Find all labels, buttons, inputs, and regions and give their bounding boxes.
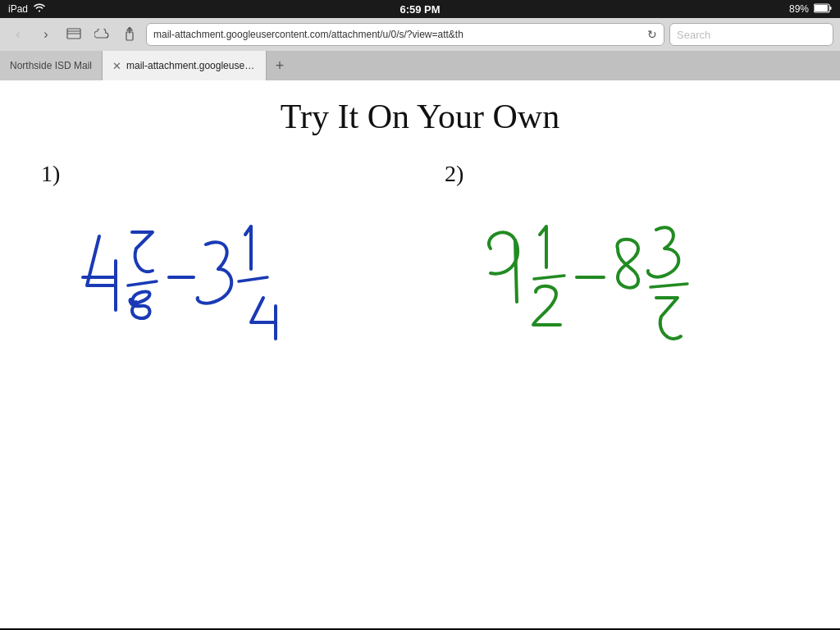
page-title: Try It On Your Own	[281, 97, 559, 136]
tab-northside-label: Northside ISD Mail	[10, 60, 92, 71]
problem-1-math	[41, 203, 395, 351]
share-button[interactable]	[118, 23, 141, 46]
svg-rect-2	[815, 5, 828, 11]
battery-label: 89%	[789, 3, 809, 15]
problems-area: 1)	[16, 161, 824, 354]
battery-icon	[814, 3, 832, 16]
status-left: iPad	[8, 3, 46, 16]
browser-toolbar: ‹ › mail-attachment.googleusercontent.co…	[0, 18, 840, 51]
status-time: 6:59 PM	[399, 3, 440, 16]
svg-line-8	[128, 281, 157, 285]
problem-2-number: 2)	[445, 161, 799, 187]
status-bar: iPad 6:59 PM 89%	[0, 0, 840, 18]
tab-attachment-label: mail-attachment.googleusercontent.com/at…	[126, 60, 256, 71]
problem-2-math	[445, 203, 799, 351]
cloud-button[interactable]	[90, 23, 113, 46]
svg-line-11	[534, 276, 564, 279]
svg-line-13	[651, 284, 687, 287]
svg-line-10	[239, 277, 267, 281]
tabs-row: Northside ISD Mail ✕ mail-attachment.goo…	[0, 51, 840, 80]
svg-rect-1	[830, 7, 832, 10]
wifi-icon	[33, 3, 46, 16]
tab-attachment[interactable]: ✕ mail-attachment.googleusercontent.com/…	[103, 51, 267, 80]
page-content: Try It On Your Own 1)	[0, 80, 840, 628]
tab-close-icon[interactable]: ✕	[112, 60, 121, 72]
device-label: iPad	[8, 3, 28, 15]
address-text: mail-attachment.googleusercontent.com/at…	[153, 29, 463, 40]
status-right: 89%	[789, 3, 832, 16]
problem-2: 2)	[420, 161, 824, 354]
address-bar[interactable]: mail-attachment.googleusercontent.com/at…	[146, 23, 664, 46]
new-tab-button[interactable]: +	[267, 51, 293, 80]
search-bar[interactable]: Search	[669, 23, 833, 46]
refresh-icon[interactable]: ↻	[647, 28, 657, 41]
forward-button[interactable]: ›	[34, 23, 57, 46]
bookmarks-button[interactable]	[62, 23, 85, 46]
back-button[interactable]: ‹	[7, 23, 30, 46]
problem-1: 1)	[16, 161, 420, 354]
problem-1-number: 1)	[41, 161, 395, 187]
search-placeholder: Search	[677, 29, 710, 41]
tab-northside[interactable]: Northside ISD Mail	[0, 51, 103, 80]
